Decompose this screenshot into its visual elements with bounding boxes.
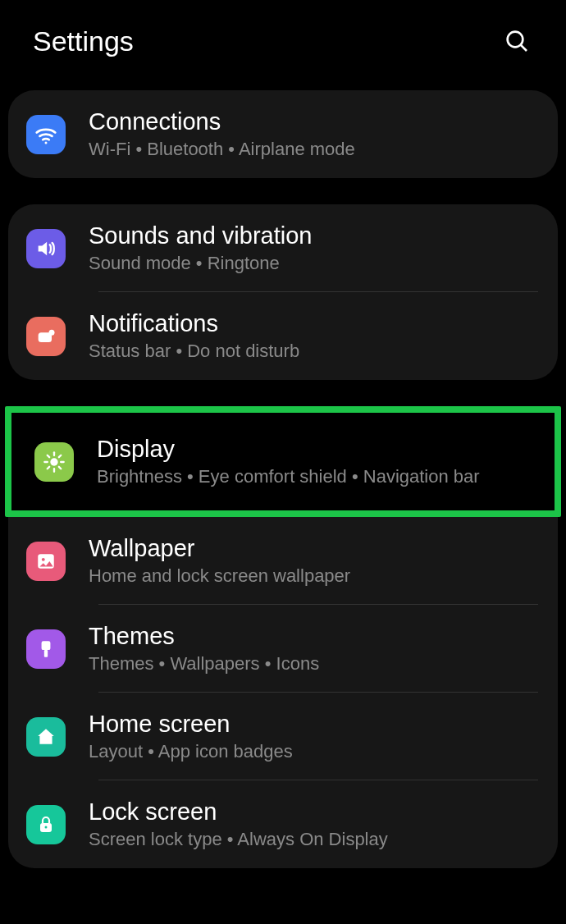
- item-title: Notifications: [89, 310, 299, 337]
- image-icon: [26, 542, 66, 581]
- svg-line-13: [59, 455, 61, 456]
- item-subtitle: Status bar • Do not disturb: [89, 341, 299, 362]
- settings-item-display[interactable]: Display Brightness • Eye comfort shield …: [16, 418, 550, 505]
- home-icon: [26, 717, 66, 757]
- settings-item-notifications[interactable]: Notifications Status bar • Do not distur…: [8, 292, 558, 380]
- svg-point-2: [45, 141, 48, 144]
- settings-item-wallpaper[interactable]: Wallpaper Home and lock screen wallpaper: [8, 517, 558, 605]
- item-title: Themes: [89, 623, 319, 650]
- svg-rect-16: [42, 641, 51, 650]
- item-subtitle: Brightness • Eye comfort shield • Naviga…: [97, 466, 480, 487]
- settings-item-sounds[interactable]: Sounds and vibration Sound mode • Ringto…: [8, 204, 558, 292]
- settings-item-connections[interactable]: Connections Wi-Fi • Bluetooth • Airplane…: [8, 90, 558, 178]
- lock-icon: [26, 805, 66, 844]
- svg-point-0: [508, 32, 523, 48]
- item-subtitle: Layout • App icon badges: [89, 741, 293, 762]
- item-title: Display: [97, 436, 480, 463]
- item-subtitle: Themes • Wallpapers • Icons: [89, 653, 319, 675]
- item-title: Wallpaper: [89, 535, 350, 562]
- item-text: Display Brightness • Eye comfort shield …: [97, 436, 480, 487]
- svg-point-4: [49, 329, 55, 335]
- item-subtitle: Sound mode • Ringtone: [89, 253, 312, 274]
- settings-group: Sounds and vibration Sound mode • Ringto…: [8, 204, 558, 380]
- svg-point-19: [45, 826, 48, 828]
- settings-group: Connections Wi-Fi • Bluetooth • Airplane…: [8, 90, 558, 178]
- item-text: Home screen Layout • App icon badges: [89, 711, 293, 762]
- item-subtitle: Wi-Fi • Bluetooth • Airplane mode: [89, 139, 355, 160]
- svg-point-5: [50, 458, 57, 465]
- search-button[interactable]: [500, 25, 533, 57]
- svg-rect-17: [44, 650, 48, 657]
- page-title: Settings: [33, 25, 134, 57]
- item-title: Sounds and vibration: [89, 222, 312, 249]
- highlighted-item-frame: Display Brightness • Eye comfort shield …: [5, 406, 561, 517]
- svg-line-1: [521, 45, 527, 51]
- item-title: Home screen: [89, 711, 293, 738]
- item-text: Connections Wi-Fi • Bluetooth • Airplane…: [89, 108, 355, 160]
- settings-group: Wallpaper Home and lock screen wallpaper…: [8, 517, 558, 868]
- header: Settings: [0, 0, 566, 90]
- item-text: Wallpaper Home and lock screen wallpaper: [89, 535, 350, 587]
- svg-line-11: [59, 466, 61, 468]
- item-text: Notifications Status bar • Do not distur…: [89, 310, 299, 362]
- brightness-icon: [34, 442, 74, 482]
- item-subtitle: Home and lock screen wallpaper: [89, 565, 350, 587]
- item-text: Themes Themes • Wallpapers • Icons: [89, 623, 319, 675]
- brush-icon: [26, 629, 66, 669]
- item-title: Lock screen: [89, 798, 388, 826]
- svg-line-12: [48, 466, 49, 468]
- item-title: Connections: [89, 108, 355, 135]
- settings-item-home-screen[interactable]: Home screen Layout • App icon badges: [8, 693, 558, 780]
- notification-icon: [26, 317, 66, 356]
- svg-point-15: [42, 557, 45, 560]
- item-text: Sounds and vibration Sound mode • Ringto…: [89, 222, 312, 274]
- settings-item-lock-screen[interactable]: Lock screen Screen lock type • Always On…: [8, 780, 558, 868]
- svg-line-10: [48, 455, 49, 456]
- settings-item-themes[interactable]: Themes Themes • Wallpapers • Icons: [8, 605, 558, 693]
- sound-icon: [26, 229, 66, 268]
- search-icon: [504, 28, 530, 54]
- item-subtitle: Screen lock type • Always On Display: [89, 829, 388, 850]
- item-text: Lock screen Screen lock type • Always On…: [89, 798, 388, 850]
- wifi-icon: [26, 115, 66, 154]
